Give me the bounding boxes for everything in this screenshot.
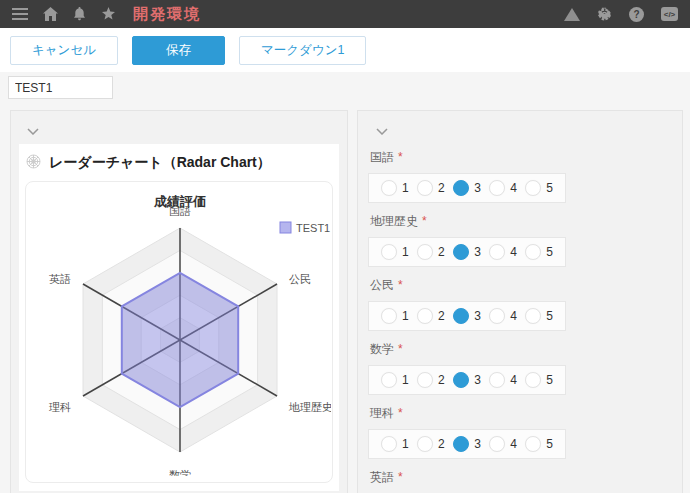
radio-option-label: 3 (474, 373, 481, 387)
chart-panel: レーダーチャート（Radar Chart） 成績評価TEST1国語公民地理歴史数… (10, 110, 348, 493)
radio-circle[interactable] (525, 372, 541, 388)
radio-option-label: 5 (546, 373, 553, 387)
radio-circle[interactable] (489, 308, 505, 324)
field-label-text: 英語 (370, 470, 394, 484)
radio-option[interactable]: 3 (453, 244, 481, 260)
radio-circle[interactable] (489, 372, 505, 388)
radio-option[interactable]: 1 (381, 308, 409, 324)
svg-text:国語: 国語 (169, 205, 191, 217)
radio-option-label: 4 (510, 245, 517, 259)
radio-option[interactable]: 5 (525, 372, 553, 388)
chevron-down-icon[interactable] (19, 115, 47, 144)
radio-option[interactable]: 3 (453, 308, 481, 324)
radio-option[interactable]: 4 (489, 244, 517, 260)
field-label-text: 公民 (370, 278, 394, 292)
radio-option[interactable]: 1 (381, 436, 409, 452)
chart-heading: レーダーチャート（Radar Chart） (24, 152, 334, 181)
radio-option[interactable]: 2 (417, 244, 445, 260)
radio-option[interactable]: 2 (417, 372, 445, 388)
radio-option[interactable]: 2 (417, 180, 445, 196)
field-label: 地理歴史* (370, 213, 672, 230)
radio-circle[interactable] (489, 180, 505, 196)
record-title-input[interactable] (8, 76, 113, 99)
required-asterisk: * (398, 278, 403, 292)
markdown-button[interactable]: マークダウン1 (239, 36, 366, 65)
field-group: 公民* 1 2 3 4 5 (368, 277, 672, 331)
radio-circle[interactable] (525, 436, 541, 452)
radio-option[interactable]: 2 (417, 308, 445, 324)
radio-option[interactable]: 5 (525, 308, 553, 324)
gear-icon[interactable] (597, 7, 612, 22)
radio-circle[interactable] (381, 180, 397, 196)
radio-option[interactable]: 3 (453, 436, 481, 452)
radar-chart: 成績評価TEST1国語公民地理歴史数学理科英語 (25, 181, 333, 483)
code-icon[interactable]: </> (661, 7, 678, 21)
help-icon[interactable]: ? (629, 7, 644, 22)
radio-option[interactable]: 1 (381, 244, 409, 260)
radio-circle[interactable] (417, 436, 433, 452)
svg-text:地理歴史: 地理歴史 (288, 401, 331, 413)
radio-circle[interactable] (525, 308, 541, 324)
radio-option[interactable]: 3 (453, 180, 481, 196)
required-asterisk: * (422, 214, 427, 228)
radio-option-label: 3 (474, 181, 481, 195)
field-label-text: 理科 (370, 406, 394, 420)
radio-circle[interactable] (381, 308, 397, 324)
radio-option[interactable]: 4 (489, 308, 517, 324)
radio-circle[interactable] (417, 372, 433, 388)
radio-option-label: 3 (474, 309, 481, 323)
radio-option[interactable]: 4 (489, 436, 517, 452)
radio-option[interactable]: 4 (489, 180, 517, 196)
radio-option-label: 5 (546, 245, 553, 259)
radio-option[interactable]: 5 (525, 436, 553, 452)
field-group: 数学* 1 2 3 4 5 (368, 341, 672, 395)
radio-circle[interactable] (381, 244, 397, 260)
home-icon[interactable] (43, 7, 58, 21)
content-area: レーダーチャート（Radar Chart） 成績評価TEST1国語公民地理歴史数… (10, 110, 683, 493)
radio-option[interactable]: 3 (453, 372, 481, 388)
radio-circle[interactable] (489, 244, 505, 260)
chevron-down-icon[interactable] (368, 115, 396, 144)
svg-text:英語: 英語 (49, 273, 71, 285)
radio-circle[interactable] (525, 244, 541, 260)
menu-icon[interactable] (12, 8, 28, 20)
radio-circle[interactable] (453, 372, 469, 388)
radio-circle[interactable] (417, 308, 433, 324)
radio-option-label: 3 (474, 437, 481, 451)
app-title: 開発環境 (133, 5, 201, 24)
radio-circle[interactable] (453, 244, 469, 260)
radio-option-label: 2 (438, 309, 445, 323)
radio-option-label: 2 (438, 437, 445, 451)
radio-circle[interactable] (453, 436, 469, 452)
radio-option[interactable]: 2 (417, 436, 445, 452)
radio-option[interactable]: 5 (525, 180, 553, 196)
radio-circle[interactable] (381, 372, 397, 388)
radio-option-label: 1 (402, 309, 409, 323)
radio-option[interactable]: 1 (381, 180, 409, 196)
radio-group: 1 2 3 4 5 (368, 429, 566, 459)
radio-option[interactable]: 5 (525, 244, 553, 260)
radio-option[interactable]: 1 (381, 372, 409, 388)
triangle-icon[interactable] (564, 8, 580, 21)
radio-circle[interactable] (417, 180, 433, 196)
radio-circle[interactable] (525, 180, 541, 196)
radio-option-label: 4 (510, 373, 517, 387)
cancel-button[interactable]: キャンセル (10, 36, 118, 65)
radio-circle[interactable] (381, 436, 397, 452)
radio-circle[interactable] (453, 180, 469, 196)
radio-group: 1 2 3 4 5 (368, 237, 566, 267)
radio-circle[interactable] (489, 436, 505, 452)
radio-option-label: 1 (402, 181, 409, 195)
radio-option[interactable]: 4 (489, 372, 517, 388)
form-panel: 国語* 1 2 3 4 5 地理歴史* 1 2 3 (357, 110, 683, 493)
save-button[interactable]: 保存 (132, 36, 225, 65)
radio-circle[interactable] (453, 308, 469, 324)
radio-circle[interactable] (417, 244, 433, 260)
bell-icon[interactable] (73, 7, 86, 21)
svg-text:</>: </> (664, 10, 676, 19)
radio-group: 1 2 3 4 5 (368, 173, 566, 203)
chart-heading-label: レーダーチャート（Radar Chart） (49, 154, 271, 172)
radio-option-label: 1 (402, 245, 409, 259)
star-icon[interactable] (101, 7, 116, 21)
radar-web-icon (26, 154, 41, 172)
